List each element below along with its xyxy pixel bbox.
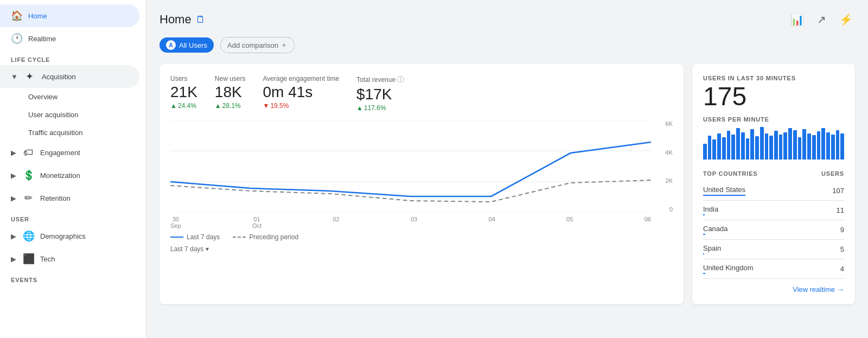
chevron-right-icon5: ▶: [11, 255, 16, 263]
per-minute-label: USERS PER MINUTE: [703, 116, 844, 123]
bar-item: [717, 133, 721, 160]
bar-item: [783, 132, 787, 160]
legend-preceding: Preceding period: [233, 233, 298, 241]
sidebar: 🏠 Home 🕐 Realtime LIFE CYCLE ▼ ✦ Acquisi…: [0, 0, 146, 338]
bar-item: [765, 133, 769, 160]
country-row: Canada 9: [703, 220, 844, 240]
add-comparison-button[interactable]: Add comparison ＋: [220, 37, 295, 53]
sidebar-item-engagement[interactable]: ▶ 🏷 Engagement: [0, 142, 139, 164]
countries-section: TOP COUNTRIES USERS United States 107 In…: [703, 170, 844, 279]
bar-item: [779, 135, 783, 160]
sidebar-monetization-label: Monetization: [40, 171, 80, 180]
sidebar-retention-label: Retention: [40, 194, 71, 202]
y-label-2k: 2K: [666, 177, 673, 184]
legend-solid-line: [170, 237, 183, 238]
bar-item: [727, 131, 731, 160]
new-users-label: New users: [215, 75, 246, 82]
bar-item: [826, 132, 830, 160]
sidebar-item-home[interactable]: 🏠 Home: [0, 4, 139, 27]
sidebar-item-overview[interactable]: Overview: [0, 88, 139, 106]
users-value: 21K: [170, 85, 197, 100]
line-chart-svg: [170, 120, 651, 213]
arrow-up-icon2: ▲: [215, 102, 221, 110]
country-count: 5: [840, 245, 844, 253]
sidebar-item-demographics[interactable]: ▶ 🌐 Demographics: [0, 225, 139, 247]
share-action-button[interactable]: ↗: [815, 11, 828, 28]
chart-area: 6K 4K 2K 0: [170, 120, 673, 229]
country-row: United States 107: [703, 181, 844, 201]
bar-item: [722, 137, 726, 160]
edit-icon[interactable]: 🗒: [196, 14, 206, 25]
plus-icon: ＋: [280, 40, 288, 50]
info-icon[interactable]: ⓘ: [397, 75, 404, 84]
arrow-up-icon: ▲: [170, 102, 177, 110]
bar-item: [798, 137, 802, 160]
sidebar-overview-label: Overview: [28, 93, 58, 101]
badge-letter: A: [166, 40, 176, 50]
country-bar: [703, 273, 705, 274]
y-label-4k: 4K: [666, 149, 673, 156]
country-bar: [703, 214, 705, 215]
engagement-change: ▼ 19.5%: [263, 102, 340, 110]
revenue-metric: Total revenue ⓘ $17K ▲ 117.6%: [356, 75, 404, 112]
events-section-label: EVENTS: [0, 270, 146, 285]
sidebar-engagement-label: Engagement: [40, 149, 80, 157]
sidebar-item-user-acquisition[interactable]: User acquisition: [0, 106, 139, 124]
x-label-06: 06: [644, 216, 651, 229]
bar-item: [731, 135, 735, 160]
engagement-value: 0m 41s: [263, 85, 340, 100]
sidebar-item-acquisition[interactable]: ▼ ✦ Acquisition: [0, 65, 139, 88]
sidebar-tech-label: Tech: [40, 255, 55, 263]
sidebar-user-acquisition-label: User acquisition: [28, 111, 79, 119]
users-col-title: USERS: [821, 170, 844, 177]
dashboard-grid: Users 21K ▲ 24.4% New users 18K ▲ 28.1%: [159, 64, 855, 304]
engagement-icon: 🏷: [23, 147, 34, 158]
chart-action-button[interactable]: 📊: [788, 11, 806, 28]
lifecycle-section-label: LIFE CYCLE: [0, 50, 146, 65]
x-label-03: 03: [411, 216, 417, 229]
country-count: 4: [840, 265, 844, 273]
new-users-value: 18K: [215, 85, 246, 100]
view-realtime-link[interactable]: View realtime →: [703, 285, 844, 294]
sidebar-item-retention[interactable]: ▶ ✏ Retention: [0, 187, 139, 209]
x-label-04: 04: [489, 216, 495, 229]
countries-title: TOP COUNTRIES: [703, 170, 757, 177]
bar-item: [836, 130, 840, 160]
users-change: ▲ 24.4%: [170, 102, 197, 110]
revenue-label: Total revenue ⓘ: [356, 75, 404, 85]
sidebar-item-realtime[interactable]: 🕐 Realtime: [0, 27, 139, 50]
page-title-row: Home 🗒: [159, 12, 206, 27]
sidebar-acquisition-label: Acquisition: [42, 73, 76, 81]
country-row: United Kingdom 4: [703, 259, 844, 279]
monetization-icon: 💲: [23, 169, 34, 181]
home-icon: 🏠: [11, 10, 22, 22]
legend-preceding-label: Preceding period: [249, 233, 298, 241]
bar-item: [821, 128, 825, 160]
date-selector[interactable]: Last 7 days ▾: [170, 245, 673, 253]
bar-item: [741, 132, 745, 160]
revenue-change: ▲ 117.6%: [356, 104, 404, 112]
chart-y-labels: 6K 4K 2K 0: [654, 120, 673, 213]
all-users-badge[interactable]: A All Users: [159, 37, 214, 53]
main-metrics-card: Users 21K ▲ 24.4% New users 18K ▲ 28.1%: [159, 64, 684, 304]
chevron-right-icon: ▶: [11, 149, 16, 157]
sidebar-item-monetization[interactable]: ▶ 💲 Monetization: [0, 164, 139, 187]
bar-item: [712, 139, 716, 160]
legend-last7: Last 7 days: [170, 233, 220, 241]
sidebar-item-tech[interactable]: ▶ ⬛ Tech: [0, 247, 139, 270]
new-users-metric: New users 18K ▲ 28.1%: [215, 75, 246, 112]
engagement-metric: Average engagement time 0m 41s ▼ 19.5%: [263, 75, 340, 112]
country-count: 11: [837, 206, 844, 214]
insights-action-button[interactable]: ⚡: [837, 11, 855, 28]
sidebar-item-traffic-acquisition[interactable]: Traffic acquisition: [0, 124, 139, 142]
country-bar: [703, 195, 745, 196]
country-count: 9: [840, 226, 844, 234]
chart-svg-container: [170, 120, 651, 213]
sidebar-home-label: Home: [28, 12, 47, 20]
users-label: Users: [170, 75, 197, 82]
per-minute-bar-chart: [703, 127, 844, 160]
legend-last7-label: Last 7 days: [187, 233, 220, 241]
country-count: 107: [832, 187, 844, 195]
realtime-panel: USERS IN LAST 30 MINUTES 175 USERS PER M…: [692, 64, 855, 304]
arrow-right-icon: →: [837, 285, 844, 294]
